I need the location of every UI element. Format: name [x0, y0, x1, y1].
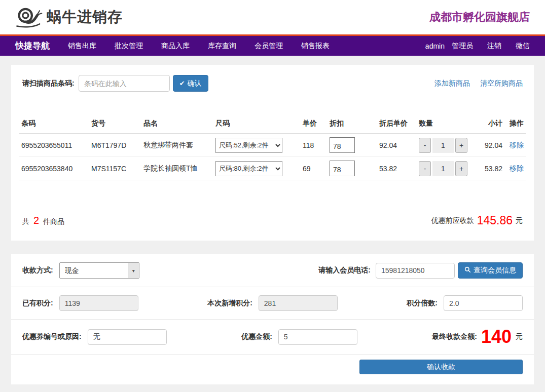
coupon-group: 优惠券编号或原因:: [22, 329, 167, 345]
cell-subtotal: 53.82: [477, 157, 504, 180]
qty-value: 1: [432, 161, 454, 176]
discount-amount-input[interactable]: [278, 329, 357, 345]
summary-row: 共 2 件商品 优惠前应收款 145.86 元: [19, 214, 526, 227]
items-header-row: 条码 货号 品名 尺码 单价 折扣 折后单价 数量 小计 操作: [19, 114, 526, 134]
existing-points-label: 已有积分:: [22, 299, 53, 308]
total-count-text: 共 2 件商品: [22, 215, 64, 226]
nav-username[interactable]: admin: [425, 42, 445, 50]
currency-label: 元: [516, 216, 523, 225]
nav-item-quick-nav[interactable]: 快捷导航: [15, 40, 50, 52]
member-phone-label: 请输入会员电话:: [318, 266, 371, 275]
barcode-input[interactable]: [79, 75, 170, 92]
points-row: 已有积分: 本次新增积分: 积分倍数:: [11, 287, 534, 320]
coupon-label: 优惠券编号或原因:: [22, 332, 82, 341]
items-table: 条码 货号 品名 尺码 单价 折扣 折后单价 数量 小计 操作 69552036…: [19, 114, 526, 180]
nav-logout[interactable]: 注销: [487, 42, 501, 51]
confirm-payment-button[interactable]: 确认收款: [359, 360, 523, 374]
pre-discount-total: 优惠前应收款 145.86 元: [431, 214, 523, 227]
confirm-barcode-button[interactable]: ✔ 确认: [173, 75, 208, 92]
qty-minus-button[interactable]: -: [419, 161, 431, 176]
new-points-group: 本次新增积分:: [207, 295, 338, 311]
size-select[interactable]: 尺码:80,剩余:2件: [215, 161, 282, 176]
qty-minus-button[interactable]: -: [419, 138, 431, 153]
points-multiplier-group: 积分倍数:: [407, 295, 523, 311]
query-member-button[interactable]: 查询会员信息: [458, 262, 523, 279]
nav-item-sales-report[interactable]: 销售报表: [301, 42, 330, 51]
remove-item-link[interactable]: 移除: [510, 141, 524, 149]
cell-subtotal: 92.04: [477, 134, 504, 157]
quantity-stepper: - 1 +: [419, 161, 467, 176]
nav-right: admin 管理员 注销 微信: [411, 42, 530, 51]
coupon-input[interactable]: [88, 329, 167, 345]
col-sku: 货号: [89, 114, 141, 134]
cell-sku: M6T1797D: [89, 134, 141, 157]
col-size: 尺码: [213, 114, 301, 134]
nav-wechat[interactable]: 微信: [516, 42, 530, 51]
cell-discounted-price: 53.82: [377, 157, 417, 180]
table-row: 6955203653840 M7S1157C 学院长袖圆领T恤 尺码:80,剩余…: [19, 157, 526, 180]
col-actions: 操作: [504, 114, 526, 134]
app-header: 蜗牛进销存 成都市孵化园旗舰店: [0, 0, 545, 34]
existing-points-input: [59, 295, 138, 311]
qty-plus-button[interactable]: +: [455, 138, 467, 153]
col-qty: 数量: [417, 114, 477, 134]
col-discounted-price: 折后单价: [377, 114, 417, 134]
final-currency-label: 元: [516, 332, 523, 341]
payment-method-select-wrap: 现金 ▾: [59, 262, 139, 279]
discount-input[interactable]: [330, 161, 355, 176]
query-member-label: 查询会员信息: [474, 266, 516, 275]
nav-role[interactable]: 管理员: [452, 42, 473, 51]
new-points-input: [259, 295, 338, 311]
existing-points-group: 已有积分:: [22, 295, 138, 311]
final-amount-label: 最终收款金额:: [432, 332, 477, 341]
pre-discount-label: 优惠前应收款: [431, 216, 474, 225]
payment-method-select[interactable]: 现金: [59, 262, 139, 279]
final-amount-value: 140: [481, 328, 512, 346]
snail-logo-icon: [15, 6, 43, 29]
cell-unit-price: 118: [301, 134, 328, 157]
pre-discount-amount: 145.86: [477, 214, 513, 227]
discount-amount-group: 优惠金额:: [241, 329, 357, 345]
new-points-label: 本次新增积分:: [207, 299, 252, 308]
discount-row: 优惠券编号或原因: 优惠金额: 最终收款金额: 140 元: [11, 320, 534, 355]
nav-item-inventory-query[interactable]: 库存查询: [208, 42, 236, 51]
clear-cart-link[interactable]: 清空所购商品: [480, 79, 523, 88]
payment-method-label: 收款方式:: [22, 266, 53, 275]
discount-amount-label: 优惠金额:: [241, 332, 272, 341]
nav-item-member-management[interactable]: 会员管理: [255, 42, 283, 51]
remove-item-link[interactable]: 移除: [510, 164, 524, 172]
store-name: 成都市孵化园旗舰店: [429, 10, 530, 25]
main-nav: 快捷导航 销售出库 批次管理 商品入库 库存查询 会员管理 销售报表 admin…: [0, 34, 545, 56]
check-icon: ✔: [179, 80, 185, 87]
table-row: 6955203655011 M6T1797D 秋意绑带两件套 尺码:52,剩余:…: [19, 134, 526, 157]
scan-label: 请扫描商品条码:: [22, 79, 75, 88]
cell-name: 学院长袖圆领T恤: [141, 157, 213, 180]
quantity-stepper: - 1 +: [419, 138, 467, 153]
qty-value: 1: [432, 138, 454, 153]
nav-item-batch-management[interactable]: 批次管理: [115, 42, 143, 51]
scan-row: 请扫描商品条码: ✔ 确认 添加新商品 清空所购商品: [19, 75, 526, 92]
cell-name: 秋意绑带两件套: [141, 134, 213, 157]
col-subtotal: 小计: [477, 114, 504, 134]
col-barcode: 条码: [19, 114, 89, 134]
discount-input[interactable]: [330, 137, 355, 153]
add-product-link[interactable]: 添加新商品: [434, 79, 470, 88]
points-multiplier-input[interactable]: [444, 295, 523, 311]
total-count: 2: [33, 215, 39, 226]
col-discount: 折扣: [328, 114, 377, 134]
cell-barcode: 6955203655011: [19, 134, 89, 157]
nav-item-sales-outbound[interactable]: 销售出库: [68, 42, 96, 51]
col-name: 品名: [141, 114, 213, 134]
nav-left: 快捷导航 销售出库 批次管理 商品入库 库存查询 会员管理 销售报表: [15, 40, 330, 52]
member-phone-input[interactable]: [376, 263, 455, 279]
top-links: 添加新商品 清空所购商品: [434, 79, 523, 88]
size-select[interactable]: 尺码:52,剩余:2件: [215, 138, 282, 153]
cart-card: 请扫描商品条码: ✔ 确认 添加新商品 清空所购商品 条码 货号 品名 尺码 单…: [11, 65, 534, 241]
confirm-barcode-label: 确认: [188, 79, 202, 88]
final-amount-group: 最终收款金额: 140 元: [432, 328, 523, 346]
brand-title: 蜗牛进销存: [47, 7, 123, 27]
qty-plus-button[interactable]: +: [455, 161, 467, 176]
payment-card: 收款方式: 现金 ▾ 请输入会员电话: 查询会员信息 已有积分:: [11, 254, 534, 384]
confirm-payment-row: 确认收款: [11, 355, 534, 374]
nav-item-product-inbound[interactable]: 商品入库: [161, 42, 190, 51]
